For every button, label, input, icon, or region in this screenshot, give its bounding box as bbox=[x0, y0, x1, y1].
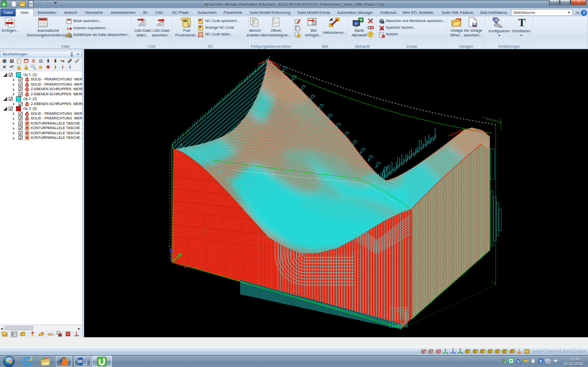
svg-text:x: x bbox=[188, 267, 190, 271]
svg-text:W: W bbox=[78, 359, 83, 364]
svg-text:z: z bbox=[168, 244, 170, 248]
svg-text:I: I bbox=[67, 26, 69, 31]
svg-text:P: P bbox=[509, 359, 513, 363]
svg-text:?: ? bbox=[583, 10, 585, 15]
svg-text:NC: NC bbox=[183, 19, 188, 23]
svg-text:?: ? bbox=[369, 32, 371, 37]
svg-text:007: 007 bbox=[48, 332, 54, 337]
svg-text:S: S bbox=[539, 359, 542, 363]
svg-text:T: T bbox=[518, 17, 525, 28]
svg-text:a: a bbox=[355, 22, 357, 26]
